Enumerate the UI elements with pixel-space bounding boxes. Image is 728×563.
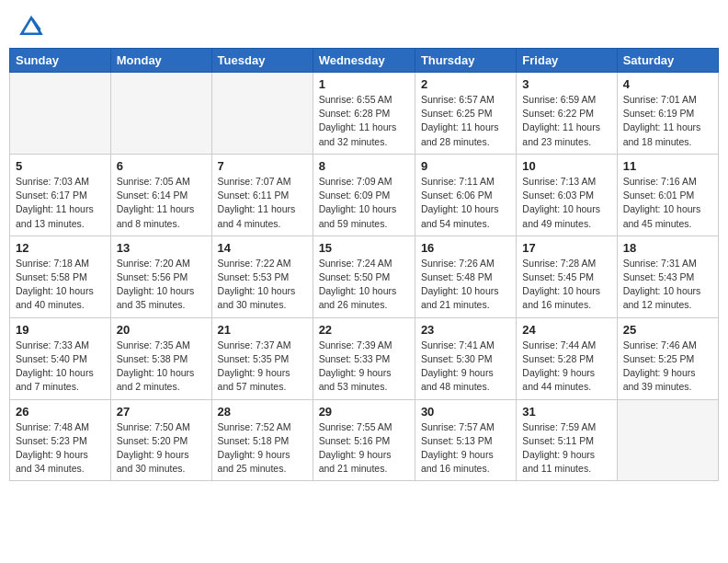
day-info: Sunrise: 7:03 AM Sunset: 6:17 PM Dayligh…	[16, 175, 105, 231]
day-number: 27	[117, 405, 206, 419]
day-number: 24	[522, 323, 610, 337]
day-cell: 11Sunrise: 7:16 AM Sunset: 6:01 PM Dayli…	[617, 154, 718, 236]
day-number: 20	[117, 323, 206, 337]
day-number: 23	[421, 323, 510, 337]
week-row-4: 19Sunrise: 7:33 AM Sunset: 5:40 PM Dayli…	[10, 317, 719, 399]
weekday-header-sunday: Sunday	[10, 49, 111, 73]
day-number: 28	[218, 405, 307, 419]
day-info: Sunrise: 7:57 AM Sunset: 5:13 PM Dayligh…	[421, 420, 510, 477]
page: SundayMondayTuesdayWednesdayThursdayFrid…	[0, 0, 728, 563]
day-info: Sunrise: 7:55 AM Sunset: 5:16 PM Dayligh…	[319, 420, 409, 477]
day-info: Sunrise: 7:37 AM Sunset: 5:35 PM Dayligh…	[218, 339, 307, 395]
day-number: 29	[319, 405, 409, 419]
day-info: Sunrise: 7:26 AM Sunset: 5:48 PM Dayligh…	[421, 257, 510, 313]
day-info: Sunrise: 7:18 AM Sunset: 5:58 PM Dayligh…	[16, 257, 105, 313]
day-info: Sunrise: 7:35 AM Sunset: 5:38 PM Dayligh…	[117, 339, 206, 395]
day-cell: 5Sunrise: 7:03 AM Sunset: 6:17 PM Daylig…	[10, 154, 111, 236]
calendar-table: SundayMondayTuesdayWednesdayThursdayFrid…	[9, 48, 719, 481]
day-cell: 25Sunrise: 7:46 AM Sunset: 5:25 PM Dayli…	[617, 317, 718, 399]
calendar-body: 1Sunrise: 6:55 AM Sunset: 6:28 PM Daylig…	[10, 73, 719, 481]
day-info: Sunrise: 7:13 AM Sunset: 6:03 PM Dayligh…	[522, 175, 610, 231]
day-info: Sunrise: 7:09 AM Sunset: 6:09 PM Dayligh…	[319, 175, 409, 231]
logo	[18, 13, 48, 39]
day-cell: 8Sunrise: 7:09 AM Sunset: 6:09 PM Daylig…	[313, 154, 415, 236]
day-number: 17	[522, 241, 610, 255]
day-number: 13	[117, 241, 206, 255]
day-cell	[10, 73, 111, 155]
day-info: Sunrise: 6:59 AM Sunset: 6:22 PM Dayligh…	[522, 93, 610, 149]
day-info: Sunrise: 7:20 AM Sunset: 5:56 PM Dayligh…	[117, 257, 206, 313]
day-cell: 10Sunrise: 7:13 AM Sunset: 6:03 PM Dayli…	[517, 154, 617, 236]
day-number: 16	[421, 241, 510, 255]
calendar-wrapper: SundayMondayTuesdayWednesdayThursdayFrid…	[0, 48, 728, 490]
day-cell: 14Sunrise: 7:22 AM Sunset: 5:53 PM Dayli…	[211, 236, 313, 317]
day-info: Sunrise: 7:41 AM Sunset: 5:30 PM Dayligh…	[421, 339, 510, 395]
day-number: 14	[218, 241, 307, 255]
weekday-header-monday: Monday	[110, 49, 211, 73]
weekday-header-thursday: Thursday	[415, 49, 516, 73]
day-number: 7	[218, 159, 307, 173]
day-number: 25	[623, 323, 712, 337]
day-info: Sunrise: 7:22 AM Sunset: 5:53 PM Dayligh…	[218, 257, 307, 313]
day-number: 6	[117, 159, 206, 173]
day-info: Sunrise: 7:07 AM Sunset: 6:11 PM Dayligh…	[218, 175, 307, 231]
day-number: 21	[218, 323, 307, 337]
day-number: 10	[522, 159, 610, 173]
day-number: 11	[623, 159, 712, 173]
day-number: 2	[421, 77, 510, 91]
week-row-2: 5Sunrise: 7:03 AM Sunset: 6:17 PM Daylig…	[10, 154, 719, 236]
calendar-header: SundayMondayTuesdayWednesdayThursdayFrid…	[10, 49, 719, 73]
day-info: Sunrise: 7:01 AM Sunset: 6:19 PM Dayligh…	[623, 93, 712, 149]
day-info: Sunrise: 7:16 AM Sunset: 6:01 PM Dayligh…	[623, 175, 712, 231]
svg-marker-1	[31, 17, 41, 32]
week-row-3: 12Sunrise: 7:18 AM Sunset: 5:58 PM Dayli…	[10, 236, 719, 317]
day-cell: 23Sunrise: 7:41 AM Sunset: 5:30 PM Dayli…	[415, 317, 516, 399]
weekday-header-wednesday: Wednesday	[313, 49, 415, 73]
weekday-header-friday: Friday	[517, 49, 617, 73]
logo-icon	[18, 13, 44, 39]
day-number: 15	[319, 241, 409, 255]
day-cell	[617, 399, 718, 481]
day-number: 19	[16, 323, 105, 337]
day-cell: 15Sunrise: 7:24 AM Sunset: 5:50 PM Dayli…	[313, 236, 415, 317]
day-cell: 29Sunrise: 7:55 AM Sunset: 5:16 PM Dayli…	[313, 399, 415, 481]
day-cell: 13Sunrise: 7:20 AM Sunset: 5:56 PM Dayli…	[110, 236, 211, 317]
day-info: Sunrise: 7:52 AM Sunset: 5:18 PM Dayligh…	[218, 420, 307, 477]
day-info: Sunrise: 7:50 AM Sunset: 5:20 PM Dayligh…	[117, 420, 206, 477]
day-number: 31	[522, 405, 610, 419]
day-number: 1	[319, 77, 409, 91]
day-cell: 31Sunrise: 7:59 AM Sunset: 5:11 PM Dayli…	[517, 399, 617, 481]
day-number: 22	[319, 323, 409, 337]
day-number: 18	[623, 241, 712, 255]
day-number: 4	[623, 77, 712, 91]
day-info: Sunrise: 7:05 AM Sunset: 6:14 PM Dayligh…	[117, 175, 206, 231]
day-cell: 18Sunrise: 7:31 AM Sunset: 5:43 PM Dayli…	[617, 236, 718, 317]
day-cell: 26Sunrise: 7:48 AM Sunset: 5:23 PM Dayli…	[10, 399, 111, 481]
day-info: Sunrise: 7:31 AM Sunset: 5:43 PM Dayligh…	[623, 257, 712, 313]
day-cell: 22Sunrise: 7:39 AM Sunset: 5:33 PM Dayli…	[313, 317, 415, 399]
day-info: Sunrise: 6:57 AM Sunset: 6:25 PM Dayligh…	[421, 93, 510, 149]
day-info: Sunrise: 7:46 AM Sunset: 5:25 PM Dayligh…	[623, 339, 712, 395]
day-number: 5	[16, 159, 105, 173]
day-cell: 28Sunrise: 7:52 AM Sunset: 5:18 PM Dayli…	[211, 399, 313, 481]
day-cell: 2Sunrise: 6:57 AM Sunset: 6:25 PM Daylig…	[415, 73, 516, 155]
day-cell: 7Sunrise: 7:07 AM Sunset: 6:11 PM Daylig…	[211, 154, 313, 236]
day-cell: 27Sunrise: 7:50 AM Sunset: 5:20 PM Dayli…	[110, 399, 211, 481]
day-info: Sunrise: 7:59 AM Sunset: 5:11 PM Dayligh…	[522, 420, 610, 477]
week-row-1: 1Sunrise: 6:55 AM Sunset: 6:28 PM Daylig…	[10, 73, 719, 155]
day-number: 12	[16, 241, 105, 255]
day-cell: 16Sunrise: 7:26 AM Sunset: 5:48 PM Dayli…	[415, 236, 516, 317]
day-cell: 4Sunrise: 7:01 AM Sunset: 6:19 PM Daylig…	[617, 73, 718, 155]
day-cell: 30Sunrise: 7:57 AM Sunset: 5:13 PM Dayli…	[415, 399, 516, 481]
day-info: Sunrise: 7:33 AM Sunset: 5:40 PM Dayligh…	[16, 339, 105, 395]
week-row-5: 26Sunrise: 7:48 AM Sunset: 5:23 PM Dayli…	[10, 399, 719, 481]
weekday-header-saturday: Saturday	[617, 49, 718, 73]
day-number: 30	[421, 405, 510, 419]
day-number: 8	[319, 159, 409, 173]
day-cell: 17Sunrise: 7:28 AM Sunset: 5:45 PM Dayli…	[517, 236, 617, 317]
day-info: Sunrise: 6:55 AM Sunset: 6:28 PM Dayligh…	[319, 93, 409, 149]
day-cell	[211, 73, 313, 155]
day-cell	[110, 73, 211, 155]
day-number: 9	[421, 159, 510, 173]
weekday-row: SundayMondayTuesdayWednesdayThursdayFrid…	[10, 49, 719, 73]
